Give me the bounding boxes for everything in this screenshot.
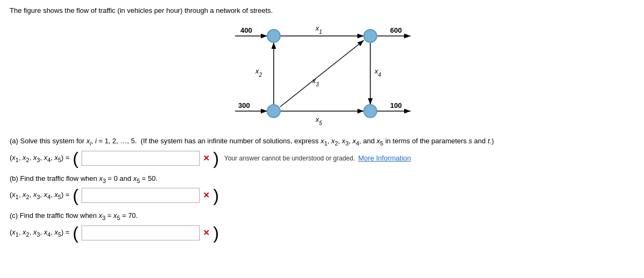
part-c-text: (c) Find the traffic flow when x3 = x5 =… — [10, 211, 634, 221]
flow-100: 100 — [390, 101, 402, 109]
close-paren-c: ) — [213, 224, 219, 242]
part-a-answer-row: (x1, x2, x3, x4, x5) = ( ✕ ) Your answer… — [10, 150, 634, 167]
node-br — [364, 105, 377, 118]
part-c-section: (c) Find the traffic flow when x3 = x5 =… — [10, 211, 634, 242]
open-paren-a: ( — [72, 150, 78, 167]
node-bl — [267, 105, 280, 118]
flow-400: 400 — [240, 26, 252, 34]
part-a-label: (a) Solve this system for xi, i = 1, 2, … — [10, 137, 494, 145]
part-a-clear-icon[interactable]: ✕ — [203, 153, 210, 163]
part-b-input[interactable] — [82, 188, 200, 203]
part-b-answer-row: (x1, x2, x3, x4, x5) = ( ✕ ) — [10, 187, 634, 204]
part-a-error-msg: Your answer cannot be understood or grad… — [224, 155, 355, 162]
node-tr — [364, 30, 377, 42]
intro-text: The figure shows the flow of traffic (in… — [10, 6, 634, 14]
flow-600: 600 — [390, 26, 402, 34]
label-x5: x5 — [315, 115, 323, 126]
label-x1: x1 — [315, 24, 322, 35]
part-b-answer-label: (x1, x2, x3, x4, x5) = — [10, 191, 69, 200]
label-x3: x3 — [312, 77, 319, 87]
more-info-link[interactable]: More Information — [358, 154, 411, 162]
label-x4: x4 — [374, 67, 382, 78]
close-paren-a: ) — [213, 150, 219, 167]
open-paren-b: ( — [72, 187, 78, 204]
svg-line-7 — [280, 40, 364, 107]
flow-300: 300 — [238, 101, 250, 109]
part-b-text: (b) Find the traffic flow when x3 = 0 an… — [10, 174, 634, 184]
part-b-clear-icon[interactable]: ✕ — [203, 191, 210, 200]
part-c-input[interactable] — [82, 225, 200, 240]
part-a-input[interactable] — [82, 151, 200, 166]
part-b-section: (b) Find the traffic flow when x3 = 0 an… — [10, 174, 634, 204]
traffic-diagram: 400 600 300 100 x1 x2 x3 x4 x5 — [209, 20, 435, 133]
part-a-section: (a) Solve this system for xi, i = 1, 2, … — [10, 137, 634, 167]
part-a-answer-label: (x1, x2, x3, x4, x5) = — [10, 153, 69, 163]
part-c-answer-row: (x1, x2, x3, x4, x5) = ( ✕ ) — [10, 224, 634, 242]
part-c-clear-icon[interactable]: ✕ — [203, 228, 210, 238]
part-a-text: (a) Solve this system for xi, i = 1, 2, … — [10, 137, 634, 147]
part-c-answer-label: (x1, x2, x3, x4, x5) = — [10, 228, 69, 238]
open-paren-c: ( — [72, 224, 78, 242]
node-tl — [267, 30, 280, 42]
label-x2: x2 — [255, 67, 262, 78]
close-paren-b: ) — [213, 187, 219, 204]
